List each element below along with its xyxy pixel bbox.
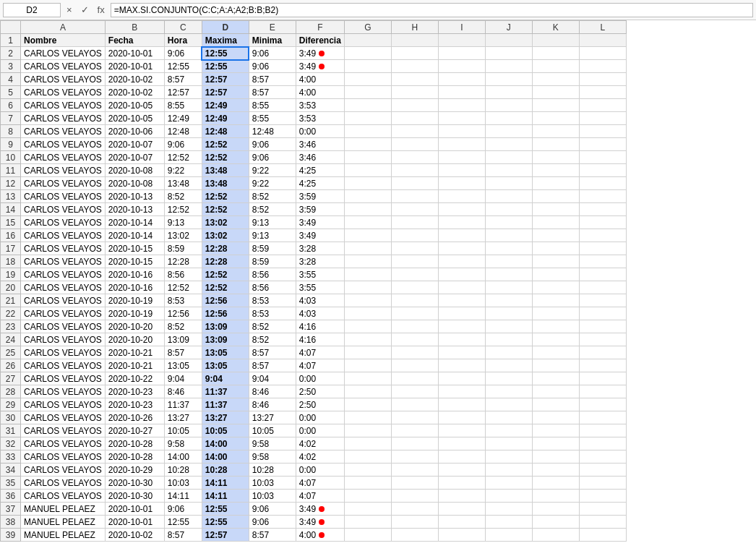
- cell-J[interactable]: [485, 138, 532, 151]
- cell-K[interactable]: [532, 450, 579, 464]
- cell-K[interactable]: [532, 346, 579, 359]
- cell-B[interactable]: 2020-10-13: [105, 203, 164, 216]
- cell-H[interactable]: [391, 164, 438, 177]
- cell-L[interactable]: [579, 242, 626, 255]
- cell-A[interactable]: CARLOS VELAYOS: [21, 177, 106, 190]
- cell-A[interactable]: CARLOS VELAYOS: [21, 255, 106, 268]
- cell-I[interactable]: [438, 372, 485, 385]
- cell-C[interactable]: 13:09: [164, 333, 202, 346]
- cell-B[interactable]: 2020-10-02: [105, 86, 164, 99]
- cancel-icon[interactable]: ×: [64, 3, 75, 17]
- cell-A[interactable]: CARLOS VELAYOS: [21, 411, 106, 424]
- cell-J[interactable]: [485, 516, 532, 529]
- cell-F[interactable]: 4:02: [296, 450, 344, 464]
- cell-I[interactable]: [438, 281, 485, 294]
- cell-F[interactable]: 3:49: [296, 60, 344, 73]
- cell-A[interactable]: CARLOS VELAYOS: [21, 164, 106, 177]
- cell-E[interactable]: 8:52: [249, 333, 296, 346]
- cell-G[interactable]: [344, 385, 391, 398]
- cell-D[interactable]: 11:37: [202, 385, 249, 398]
- cell-H[interactable]: [391, 268, 438, 281]
- cell-H[interactable]: [391, 529, 438, 542]
- cell-C[interactable]: 8:52: [164, 320, 202, 333]
- cell-B[interactable]: 2020-10-14: [105, 216, 164, 229]
- cell-E[interactable]: 9:13: [249, 229, 296, 242]
- cell-B[interactable]: 2020-10-08: [105, 177, 164, 190]
- cell-L[interactable]: [579, 203, 626, 216]
- cell-A[interactable]: CARLOS VELAYOS: [21, 73, 106, 86]
- cell-A[interactable]: CARLOS VELAYOS: [21, 477, 106, 490]
- cell-D[interactable]: 12:55: [202, 503, 249, 516]
- cell-C[interactable]: 8:53: [164, 294, 202, 307]
- cell-B[interactable]: 2020-10-07: [105, 151, 164, 164]
- cell-E[interactable]: 8:55: [249, 112, 296, 125]
- cell-J[interactable]: [485, 320, 532, 333]
- cell-G[interactable]: [344, 190, 391, 203]
- cell-F[interactable]: 4:16: [296, 333, 344, 346]
- cell-E[interactable]: 10:05: [249, 424, 296, 437]
- cell-A[interactable]: CARLOS VELAYOS: [21, 385, 106, 398]
- cell-A[interactable]: CARLOS VELAYOS: [21, 359, 106, 372]
- cell-K[interactable]: [532, 268, 579, 281]
- cell-L[interactable]: [579, 268, 626, 281]
- cell-H[interactable]: [391, 490, 438, 503]
- cell-K[interactable]: [532, 99, 579, 112]
- cell-A[interactable]: CARLOS VELAYOS: [21, 125, 106, 138]
- cell-E[interactable]: 8:56: [249, 281, 296, 294]
- cell-K[interactable]: [532, 216, 579, 229]
- cell-L[interactable]: [579, 385, 626, 398]
- cell-I[interactable]: [438, 99, 485, 112]
- cell-H[interactable]: [391, 281, 438, 294]
- cell-H[interactable]: [391, 138, 438, 151]
- cell-L[interactable]: [579, 73, 626, 86]
- cell-K[interactable]: [532, 177, 579, 190]
- cell-D[interactable]: 14:11: [202, 477, 249, 490]
- cell-A[interactable]: CARLOS VELAYOS: [21, 151, 106, 164]
- cell-J[interactable]: [485, 503, 532, 516]
- cell-C[interactable]: 10:03: [164, 477, 202, 490]
- cell-K[interactable]: [532, 333, 579, 346]
- cell-F[interactable]: 4:02: [296, 437, 344, 450]
- cell-C[interactable]: 14:00: [164, 450, 202, 464]
- cell-A[interactable]: CARLOS VELAYOS: [21, 99, 106, 112]
- cell-L[interactable]: [579, 125, 626, 138]
- cell-C[interactable]: 12:55: [164, 516, 202, 529]
- cell-L[interactable]: [579, 86, 626, 99]
- cell-F[interactable]: 4:16: [296, 320, 344, 333]
- cell-K[interactable]: [532, 255, 579, 268]
- cell-K[interactable]: [532, 86, 579, 99]
- cell-H[interactable]: [391, 464, 438, 477]
- cell-K[interactable]: [532, 203, 579, 216]
- cell-F[interactable]: 0:00: [296, 372, 344, 385]
- cell-L[interactable]: [579, 398, 626, 411]
- cell-F[interactable]: 3:55: [296, 268, 344, 281]
- cell-F[interactable]: 2:50: [296, 385, 344, 398]
- cell-J[interactable]: [485, 73, 532, 86]
- cell-K[interactable]: [532, 242, 579, 255]
- cell-B[interactable]: 2020-10-23: [105, 398, 164, 411]
- cell-K[interactable]: [532, 464, 579, 477]
- cell-L[interactable]: [579, 411, 626, 424]
- cell-D[interactable]: 12:52: [202, 151, 249, 164]
- cell-D[interactable]: 10:28: [202, 464, 249, 477]
- cell-G[interactable]: [344, 333, 391, 346]
- cell-J[interactable]: [485, 99, 532, 112]
- cell-K[interactable]: [532, 307, 579, 320]
- cell-J[interactable]: [485, 477, 532, 490]
- cell-F[interactable]: 3:46: [296, 151, 344, 164]
- cell-C[interactable]: 8:52: [164, 190, 202, 203]
- cell-E[interactable]: 8:46: [249, 398, 296, 411]
- cell-B[interactable]: 2020-10-19: [105, 307, 164, 320]
- cell-H[interactable]: [391, 151, 438, 164]
- cell-D[interactable]: 10:05: [202, 424, 249, 437]
- cell-L[interactable]: [579, 151, 626, 164]
- cell-K[interactable]: [532, 125, 579, 138]
- cell-K[interactable]: [532, 112, 579, 125]
- cell-L[interactable]: [579, 464, 626, 477]
- cell-I[interactable]: [438, 138, 485, 151]
- cell-F[interactable]: 3:49: [296, 503, 344, 516]
- cell-A[interactable]: CARLOS VELAYOS: [21, 307, 106, 320]
- cell-K[interactable]: [532, 294, 579, 307]
- cell-B[interactable]: 2020-10-21: [105, 359, 164, 372]
- cell-D[interactable]: 12:56: [202, 307, 249, 320]
